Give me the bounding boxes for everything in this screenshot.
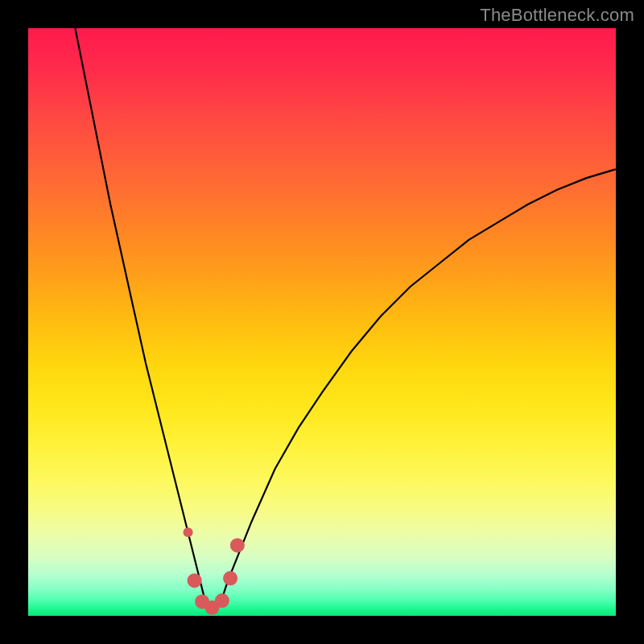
highlight-dot <box>215 593 229 608</box>
highlight-dot <box>188 573 202 588</box>
plot-area <box>28 28 616 616</box>
curve-layer <box>28 28 616 616</box>
highlight-dot <box>230 538 245 552</box>
highlight-markers <box>184 527 245 614</box>
chart-frame: TheBottleneck.com <box>0 0 644 644</box>
bottleneck-curve <box>75 28 616 610</box>
highlight-dot <box>184 527 193 537</box>
highlight-dot <box>223 571 237 585</box>
watermark-text: TheBottleneck.com <box>480 5 634 26</box>
